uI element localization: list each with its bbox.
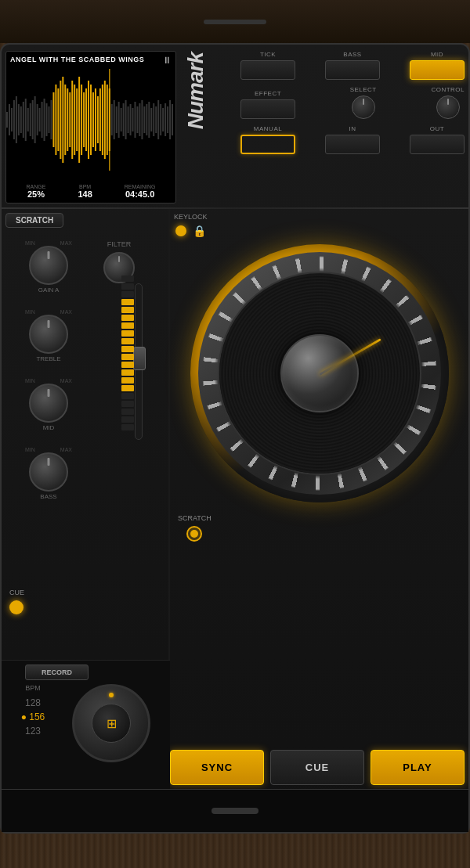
play-button[interactable]: PLAY	[371, 750, 465, 785]
svg-rect-21	[55, 85, 56, 155]
out-label: OUT	[430, 125, 444, 132]
track-name: ANGEL WITH THE SCABBED WINGS	[10, 56, 144, 63]
svg-rect-12	[34, 96, 36, 143]
bpm-value: 148	[78, 189, 92, 199]
svg-rect-42	[104, 81, 106, 159]
effect-label: EFFECT	[255, 90, 281, 97]
scratch-led[interactable]	[186, 526, 202, 542]
bpm-display-label: BPM	[5, 684, 60, 692]
waveform-area	[6, 69, 175, 171]
manual-group: MANUAL	[240, 125, 295, 154]
mid-eq-label: MID	[9, 424, 88, 431]
vu-bar-20	[121, 424, 134, 430]
bass-eq-knob[interactable]	[29, 452, 68, 492]
svg-rect-70	[169, 100, 171, 139]
gain-max: MAX	[60, 240, 72, 246]
svg-rect-16	[44, 99, 45, 141]
svg-rect-18	[49, 106, 50, 133]
svg-rect-66	[160, 104, 161, 135]
top-handle	[204, 20, 266, 24]
svg-rect-13	[37, 104, 38, 135]
bass-eq-group: MIN MAX BASS	[9, 447, 88, 500]
jog-ring[interactable]	[198, 252, 441, 495]
svg-rect-30	[76, 88, 78, 151]
svg-rect-4	[16, 96, 17, 143]
waveform-display: ANGEL WITH THE SCABBED WINGS ⏸	[5, 51, 176, 203]
in-group: IN	[325, 125, 380, 154]
device-panel: ANGEL WITH THE SCABBED WINGS ⏸	[0, 43, 470, 834]
filter-label: FILTER	[96, 240, 143, 248]
bpm-label: BPM	[78, 184, 92, 189]
treble-label: TREBLE	[9, 355, 88, 362]
in-label: IN	[349, 125, 356, 132]
svg-rect-19	[50, 100, 52, 139]
select-group: SELECT	[350, 86, 377, 119]
control-group: CONTROL	[431, 86, 465, 119]
svg-rect-17	[46, 103, 48, 136]
vu-bar-15	[121, 385, 134, 391]
tick-button[interactable]	[240, 60, 295, 80]
vu-bar-3	[121, 291, 134, 297]
jog-inner-rim[interactable]	[218, 272, 421, 475]
status-handle	[212, 808, 258, 814]
svg-rect-11	[32, 100, 34, 139]
jog-vinyl[interactable]	[219, 274, 419, 474]
svg-rect-46	[114, 100, 115, 139]
vu-bar-13	[121, 369, 134, 376]
vu-bar-4	[121, 299, 134, 305]
top-button-row: TICK BASS MID	[240, 51, 465, 80]
mid-eq-knob[interactable]	[29, 384, 68, 423]
range-info: RANGE 25%	[27, 184, 46, 199]
bass-button[interactable]	[325, 60, 380, 80]
manual-button[interactable]	[240, 135, 295, 154]
bpm-item-2: ● 156	[5, 710, 60, 724]
bpm-knob[interactable]: ⊞	[72, 684, 150, 762]
record-button[interactable]: RECORD	[25, 665, 89, 680]
gain-knob[interactable]	[29, 246, 68, 285]
control-label: CONTROL	[431, 86, 465, 93]
sync-button[interactable]: SYNC	[170, 750, 264, 785]
in-button[interactable]	[325, 135, 380, 154]
bpm-item-1: 128	[5, 696, 60, 710]
vu-bar-1	[121, 276, 134, 282]
manual-label: MANUAL	[254, 125, 282, 132]
cue-button[interactable]: CUE	[270, 750, 364, 785]
svg-rect-41	[102, 85, 103, 155]
out-button[interactable]	[410, 135, 465, 154]
svg-rect-23	[60, 81, 61, 159]
bass-group: BASS	[325, 51, 380, 80]
eq-section: MIN MAX GAIN A MIN MAX TREBLE MIN MAX MI…	[9, 240, 88, 516]
svg-rect-6	[20, 106, 22, 133]
bottom-button-row: MANUAL IN OUT	[240, 125, 465, 154]
vu-bar-2	[121, 283, 134, 290]
jog-outer-ring[interactable]	[190, 244, 449, 502]
svg-rect-55	[134, 102, 136, 138]
svg-rect-69	[167, 106, 168, 133]
svg-rect-25	[64, 85, 66, 155]
svg-rect-68	[164, 103, 166, 136]
svg-rect-10	[30, 103, 31, 136]
select-knob[interactable]	[352, 95, 375, 119]
vu-bar-17	[121, 401, 134, 407]
svg-rect-51	[125, 100, 127, 139]
tick-label: TICK	[260, 51, 276, 58]
treble-max: MAX	[60, 309, 72, 315]
vu-bar-5	[121, 307, 134, 313]
bass-max: MAX	[60, 447, 72, 452]
gain-group: MIN MAX GAIN A	[9, 240, 88, 294]
svg-rect-50	[123, 103, 125, 136]
control-knob[interactable]	[436, 95, 460, 119]
treble-knob[interactable]	[29, 315, 68, 354]
remaining-label: REMAINING	[125, 184, 156, 189]
cue-led[interactable]	[9, 600, 24, 614]
svg-rect-48	[118, 102, 120, 138]
track-info: RANGE 25% BPM 148 REMAINING 04:45.0	[6, 184, 175, 199]
pause-button[interactable]: ⏸	[162, 55, 172, 66]
bpm-knob-led	[109, 693, 114, 697]
vu-bar-6	[121, 315, 134, 321]
effect-button[interactable]	[240, 99, 295, 119]
mid-button[interactable]	[410, 60, 465, 80]
svg-rect-56	[136, 106, 138, 133]
scratch-top-button[interactable]: SCRATCH	[5, 213, 63, 228]
keylock-label: KEYLOCK	[174, 213, 208, 221]
